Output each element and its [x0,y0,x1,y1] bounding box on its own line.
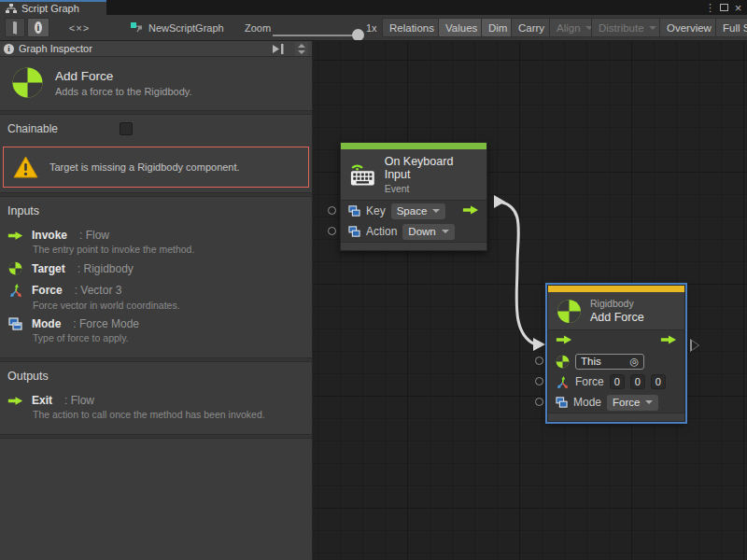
window-maximize-icon[interactable] [717,1,731,14]
tab-label: Script Graph [21,3,79,14]
mode-dropdown[interactable]: Force [607,395,658,411]
warning-box: Target is missing a Rigidbody component. [3,147,309,188]
mode-label: Mode [573,396,601,409]
code-preview-button[interactable]: <×> [63,18,95,37]
mode-row: Mode Force [548,392,684,413]
chainable-checkbox[interactable] [120,122,133,135]
rigidbody-icon [556,355,570,369]
lock-button[interactable] [5,18,25,37]
keyboard-event-icon [349,161,376,188]
action-input-port[interactable] [328,227,336,235]
key-input-port[interactable] [328,206,336,215]
port-row-exit: Exit : Flow [7,394,304,407]
fullscreen-button[interactable]: Full S [715,18,747,37]
window-tab-bar: Script Graph ⋮ × [0,0,747,15]
graph-canvas[interactable]: On Keyboard Input Event Key Space [313,41,747,560]
key-label: Key [366,204,386,217]
rigidbody-icon [557,299,582,324]
carry-button[interactable]: Carry [511,18,552,37]
arrow-up-icon [298,44,305,48]
object-picker-icon[interactable]: ◎ [629,357,639,367]
relations-button[interactable]: Relations [382,18,442,37]
panel-scroll-spinner[interactable] [295,42,308,56]
graph-inspector-panel: i Graph Inspector Add Force Adds a force… [0,41,313,560]
chainable-label: Chainable [7,122,120,135]
node-footer [341,242,486,250]
port-description: Type of force to apply. [33,332,304,343]
inputs-section: Inputs Invoke : Flow The entry point to … [0,197,312,357]
values-button[interactable]: Values [438,18,485,37]
node-add-force[interactable]: Rigidbody Add Force This ◎ [547,285,685,422]
port-row-mode: Mode : Force Mode [7,317,304,330]
wire-end-arrow-icon [533,338,545,351]
invoke-input-port[interactable] [556,332,572,349]
force-y-field[interactable]: 0 [630,374,645,389]
target-input-port[interactable] [535,357,543,365]
overview-button[interactable]: Overview [659,18,719,37]
rigidbody-icon [11,66,44,99]
target-object-field[interactable]: This ◎ [575,354,644,370]
force-label: Force [575,375,604,388]
window-menu-icon[interactable]: ⋮ [703,1,717,14]
action-label: Action [366,225,397,238]
warning-node-color-bar [548,286,684,292]
event-flow-output-port[interactable] [462,203,479,219]
enum-icon [7,317,23,330]
wire-start-arrow-icon [494,195,505,208]
port-description: The entry point to invoke the method. [33,244,304,255]
graph-asset[interactable]: NewScriptGraph [131,15,224,41]
key-dropdown[interactable]: Space [391,203,446,219]
chevron-down-icon [645,400,653,404]
inputs-heading: Inputs [7,204,304,217]
outputs-heading: Outputs [7,370,304,383]
exit-output-port[interactable] [660,332,677,349]
info-toggle-button[interactable]: i [27,18,49,37]
port-description: Force vector in world coordinates. [33,300,304,311]
mode-input-port[interactable] [535,398,543,406]
event-node-color-bar [341,143,486,149]
rigidbody-icon [7,261,23,275]
unit-node-type: Rigidbody [590,298,644,309]
action-dropdown[interactable]: Down [402,224,454,240]
unit-summary: Add Force Adds a force to the Rigidbody. [0,57,312,110]
unit-title: Add Force [55,69,192,83]
zoom-slider-track[interactable] [273,35,355,36]
node-footer [548,413,684,421]
unit-description: Adds a force to the Rigidbody. [55,86,192,97]
dock-panel-icon[interactable] [272,44,285,54]
info-icon: i [35,21,42,34]
chevron-down-icon [649,26,656,30]
event-node-title: On Keyboard Input [385,155,478,181]
code-icon: <×> [69,22,90,34]
lock-icon [13,22,17,34]
flow-row [548,330,684,351]
zoom-label: Zoom [245,15,271,41]
window-close-icon[interactable]: × [731,1,745,14]
zoom-slider-handle[interactable] [352,29,364,41]
graph-inspector-header: i Graph Inspector [0,41,312,57]
dim-button[interactable]: Dim [481,18,514,37]
force-input-port[interactable] [535,377,543,385]
key-row: Key Space [341,201,486,221]
chevron-down-icon [442,230,449,233]
action-row: Action Down [341,221,486,242]
graph-asset-name: NewScriptGraph [148,22,224,34]
unit-node-title: Add Force [590,311,644,324]
tab-script-graph[interactable]: Script Graph [0,0,106,15]
force-x-field[interactable]: 0 [610,374,625,389]
flow-arrow-icon [7,231,23,241]
target-row: This ◎ [548,351,684,371]
force-z-field[interactable]: 0 [651,374,666,389]
graph-asset-icon [131,22,143,34]
chainable-row: Chainable [0,115,312,143]
info-icon: i [4,44,14,54]
enum-icon [556,397,568,408]
node-on-keyboard-input[interactable]: On Keyboard Input Event Key Space [340,142,487,251]
distribute-button[interactable]: Distribute [591,18,664,37]
separator [0,434,312,439]
panel-title: Graph Inspector [19,43,267,54]
event-node-subtitle: Event [385,183,478,194]
warning-icon [13,156,38,178]
warning-text: Target is missing a Rigidbody component. [49,161,240,173]
port-row-invoke: Invoke : Flow [7,229,304,242]
